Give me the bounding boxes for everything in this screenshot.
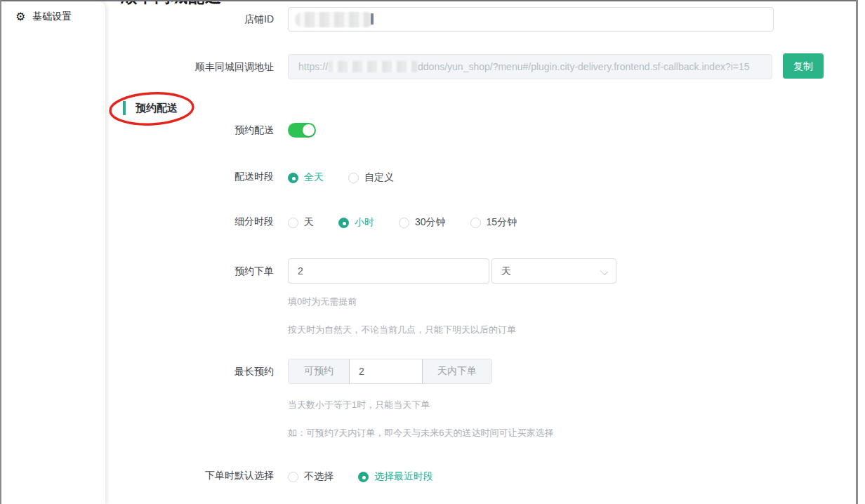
max-reserve-hint-2: 如：可预约7天内订单，即今天与未来6天的送达时间可让买家选择 xyxy=(288,427,553,439)
clipped-page-heading: 顺丰同城配送 xyxy=(121,1,275,6)
unit-select[interactable]: 天 xyxy=(491,258,616,284)
radio-day[interactable]: 天 xyxy=(288,216,314,229)
callback-url-label: 顺丰同城回调地址 xyxy=(107,54,274,79)
chevron-down-icon xyxy=(600,267,608,275)
frame-border-right xyxy=(856,0,858,504)
delivery-period-label: 配送时段 xyxy=(107,171,274,182)
advance-order-hint-2: 按天时为自然天，不论当前几点，只能下明天以后的订单 xyxy=(288,324,516,336)
radio-icon xyxy=(338,218,349,228)
advance-order-hint-1: 填0时为无需提前 xyxy=(288,296,357,308)
radio-custom[interactable]: 自定义 xyxy=(348,171,394,184)
radio-15min[interactable]: 15分钟 xyxy=(470,216,517,229)
shop-id-input[interactable] xyxy=(288,7,774,32)
redacted-value-remnant xyxy=(371,13,374,25)
radio-icon xyxy=(288,218,298,228)
toggle-knob xyxy=(303,124,315,136)
max-reserve-input[interactable] xyxy=(349,359,423,384)
section-title: 预约配送 xyxy=(136,102,178,115)
radio-icon xyxy=(288,173,298,183)
max-reserve-group: 可预约 天内下单 xyxy=(288,359,492,384)
max-reserve-hint-1: 当天数小于等于1时，只能当天下单 xyxy=(288,399,430,411)
gear-icon: ⚙︎ xyxy=(15,11,25,23)
redacted-shop-id-value xyxy=(295,12,374,27)
max-reserve-append: 天内下单 xyxy=(423,359,491,383)
radio-nearest-period[interactable]: 选择最近时段 xyxy=(358,470,433,483)
radio-icon xyxy=(470,218,481,228)
unit-select-value: 天 xyxy=(501,265,511,277)
radio-icon xyxy=(348,173,359,183)
advance-order-input[interactable] xyxy=(288,258,489,284)
callback-url-suffix: ddons/yun_shop/?menu#/plugin.city-delive… xyxy=(418,61,750,72)
radio-30min[interactable]: 30分钟 xyxy=(399,216,446,229)
radio-all-day[interactable]: 全天 xyxy=(288,171,324,184)
sidebar-item-basic-settings[interactable]: ⚙︎ 基础设置 xyxy=(1,1,105,23)
reserve-delivery-label: 预约配送 xyxy=(107,123,274,138)
redacted-domain xyxy=(328,61,418,72)
radio-hour[interactable]: 小时 xyxy=(338,216,374,229)
section-accent-bar xyxy=(123,101,126,115)
radio-icon xyxy=(358,472,369,482)
radio-icon xyxy=(399,218,409,228)
granularity-label: 细分时段 xyxy=(107,216,274,227)
shop-id-label: 店铺ID xyxy=(107,7,274,32)
max-reserve-label: 最长预约 xyxy=(107,359,274,384)
max-reserve-prepend: 可预约 xyxy=(289,359,349,383)
callback-url-prefix: https:// xyxy=(298,61,328,72)
sidebar: ⚙︎ 基础设置 xyxy=(1,1,105,504)
default-select-group: 不选择 选择最近时段 xyxy=(288,470,433,483)
granularity-group: 天 小时 30分钟 15分钟 xyxy=(288,216,517,229)
callback-url-input[interactable]: https://ddons/yun_shop/?menu#/plugin.cit… xyxy=(288,54,772,79)
sidebar-item-label: 基础设置 xyxy=(32,11,72,23)
reserve-delivery-toggle[interactable] xyxy=(288,123,316,138)
copy-button[interactable]: 复制 xyxy=(783,53,824,79)
advance-order-label: 预约下单 xyxy=(107,258,274,284)
radio-no-select[interactable]: 不选择 xyxy=(288,470,334,483)
delivery-period-group: 全天 自定义 xyxy=(288,171,394,184)
default-select-label: 下单时默认选择 xyxy=(107,470,274,481)
radio-icon xyxy=(288,472,298,482)
